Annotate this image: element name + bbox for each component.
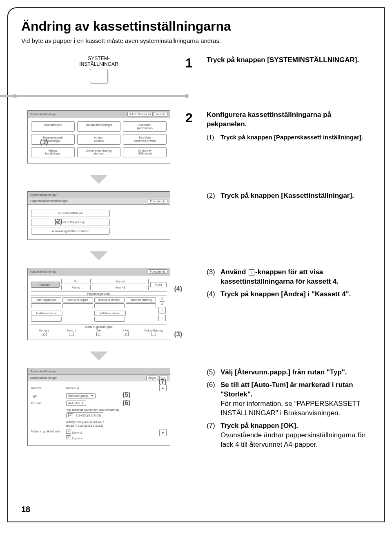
job-dokarkivering: Dok.arkivering	[140, 329, 167, 332]
hardware-key-button[interactable]	[90, 69, 108, 83]
panel1-btn-adresskontroll[interactable]: Adress- Kontroll	[77, 134, 121, 144]
prop-box[interactable]	[31, 317, 62, 322]
panel3-title: Kassettinställningar	[30, 270, 57, 273]
page-subtitle: Vid byte av papper i en kassett måste äv…	[21, 37, 371, 44]
step-1-number: 1	[185, 56, 198, 71]
panel4-cancel-button[interactable]: Ångra	[146, 376, 158, 380]
typ-value: Normalt	[92, 279, 149, 284]
panel1-btn-standardinstallningar[interactable]: Standardinställningar	[77, 121, 121, 132]
panel1-btn-papperskassett[interactable]: Papperskassett Inställningar	[31, 134, 75, 144]
sub-3-text: Använd ↓-knappen för att visa kassettins…	[220, 268, 371, 287]
pagenum-4: 4	[161, 303, 163, 306]
sub-5-num: (5)	[207, 368, 220, 377]
andra-button[interactable]: Ändra	[150, 282, 167, 287]
section-connector	[8, 94, 384, 98]
arrow-down-icon	[90, 251, 108, 260]
auto-detect-hint: Välj liknande storlek för auto avkänning	[66, 408, 120, 412]
job-skrivut-check[interactable]	[69, 332, 74, 336]
prop-box[interactable]	[62, 303, 93, 308]
panel2-autovaxling-button[interactable]: Autoväxling Mellan Kassetter	[31, 228, 110, 235]
job-kopiera-check[interactable]	[42, 332, 47, 336]
panel3-prev-button[interactable]: Föregående	[148, 269, 167, 274]
callout-3: (3)	[174, 331, 182, 338]
page-number: 18	[21, 505, 30, 514]
arrow-down-icon	[90, 175, 108, 184]
prop-box[interactable]	[126, 303, 156, 308]
panel4-title: Systeminställningar	[30, 369, 57, 373]
callout-7: (7)	[158, 378, 167, 385]
prop-box[interactable]	[94, 317, 125, 322]
job-skrivut-check[interactable]	[66, 430, 71, 434]
scroll-down-button[interactable]: ▼	[159, 430, 167, 436]
kassett-4-label: Kassett 4	[31, 282, 60, 288]
callout-5: (5)	[122, 391, 131, 398]
close-chip[interactable]: Avsluta	[154, 112, 167, 116]
format-value: Auto-AB	[92, 285, 149, 290]
prop-inaktivera-haftning: Inaktivera Häftning	[126, 297, 156, 302]
scroll-up-button[interactable]: ▲	[159, 385, 167, 391]
sub-2-num: (2)	[207, 191, 220, 201]
matar-in-label: Matar in godkänt jobb	[31, 324, 167, 328]
sub-2-text: Tryck på knappen [Kassettinställningar].	[220, 192, 354, 199]
prop-inaktivera-halslag: Inaktivera Hålslag	[31, 311, 62, 316]
callout-1: (1)	[40, 139, 48, 146]
callout-2: (2)	[54, 218, 62, 225]
job-fax-check[interactable]	[96, 332, 101, 336]
job-skrivut-label: Skriv ut	[72, 431, 82, 434]
panel4-header: Kassettinställningar	[30, 376, 57, 380]
typ-label: Typ	[61, 279, 91, 284]
job-kopiera-check[interactable]	[66, 435, 71, 439]
panel2-title: Systeminställningar	[30, 193, 57, 197]
sub-1-num: (1)	[207, 133, 220, 141]
sub-1-text: Tryck på knappen [Papperskassett inställ…	[220, 134, 363, 141]
sub-4-num: (4)	[207, 290, 220, 299]
svg-marker-0	[90, 175, 108, 184]
typ-dropdown[interactable]: Återvunn.papp.▼	[66, 393, 96, 398]
panel1-btn-faxdata[interactable]: Fax Data Receive/Forward	[123, 134, 167, 144]
panel1-btn-totalrakneverk[interactable]: Totalräkneverk	[31, 121, 75, 132]
auto-size-field[interactable]: 216x330(8 1/2x13)	[66, 412, 103, 418]
step-1-row: SYSTEM- INSTÄLLNINGAR 1 Tryck på knappen…	[21, 56, 371, 83]
kassett-typ-panel: Systeminställningar Kassettinställningar…	[27, 368, 170, 446]
sub-7-text: Tryck på knappen [OK]. Ovanstående ändra…	[220, 421, 371, 450]
jobs-label: Matar in godkänt jobb:	[31, 430, 64, 433]
format-dropdown[interactable]: Auto-AB▼	[66, 401, 86, 406]
job-ifax-check[interactable]	[124, 332, 129, 336]
arrow-down-icon	[90, 351, 108, 360]
prop-inaktivera-omvand: Inaktivera omvänd	[94, 297, 125, 302]
panel1-btn-usb[interactable]: Kontroll av USB-enhet	[123, 147, 167, 157]
sub-5-text: Välj [Återvunn.papp.] från rutan "Typ".	[220, 368, 347, 376]
format-label: Format	[61, 285, 91, 290]
kassett-label: Kassett:	[31, 386, 64, 390]
sizes-list: A3W(12x18),A3,B4,A4,A4R, B5,B5R,216x330(…	[66, 420, 167, 428]
panel1-btn-villkor[interactable]: Villkors Inställningar	[31, 147, 75, 157]
hardware-key-label: SYSTEM- INSTÄLLNINGAR	[79, 56, 118, 67]
panel2-prev-button[interactable]: Föregående	[148, 199, 167, 204]
typ-label: Typ:	[31, 394, 64, 398]
svg-marker-2	[90, 351, 108, 360]
panel1-btn-listutskrift[interactable]: Listutskrift (Användare)	[123, 121, 167, 132]
kassettinstallningar-panel: Kassettinställningar Föregående Kassett …	[27, 268, 170, 340]
sub-6-num: (6)	[207, 381, 220, 418]
prop-fast-papperssida: Fast Papperssida	[31, 297, 61, 302]
job-skrivut: Skriv ut	[58, 329, 85, 332]
hardware-key: SYSTEM- INSTÄLLNINGAR	[79, 56, 118, 83]
prop-box[interactable]	[94, 303, 125, 308]
scroll-up-button[interactable]: ↑	[158, 307, 166, 313]
prop-box[interactable]	[31, 303, 61, 308]
sub-7-num: (7)	[207, 421, 220, 450]
step-2-text: Konfigurera kassettinställningarna på pe…	[207, 110, 371, 145]
panel2-header: Papperskassettinställningar	[30, 199, 68, 204]
admin-password-chip[interactable]: Admin Password	[127, 112, 153, 116]
scroll-down-button[interactable]: ↓	[158, 315, 166, 321]
step-2-number: 2	[185, 110, 198, 125]
panel1-btn-dokumentarkivering[interactable]: Dokumentarkivering skontroll	[77, 147, 121, 157]
panel2-kassettinstallningar-button[interactable]: Kassettinställningar	[31, 210, 110, 217]
sub-6-text: Se till att [Auto-Tum] är markerad i rut…	[220, 381, 371, 418]
step-1-text: Tryck på knappen [SYSTEMINSTÄLLNINGAR].	[207, 56, 371, 65]
job-dokarkivering-check[interactable]	[151, 332, 156, 336]
prop-inaktivera-duplex: Inaktivera Duplex	[62, 297, 93, 302]
panel2-registrera-button[interactable]: Registrera Papperstyp (2)	[31, 219, 110, 226]
page-title: Ändring av kassettinställningarna	[21, 19, 371, 34]
format-label: Format:	[31, 401, 64, 405]
